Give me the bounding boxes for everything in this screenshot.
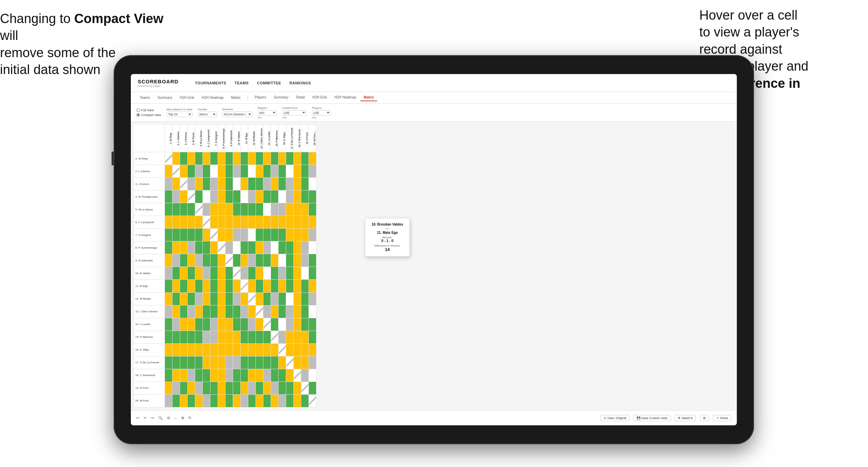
cell-14-2[interactable]: [172, 318, 180, 331]
cell-14-3[interactable]: [180, 318, 188, 331]
cell-10-20[interactable]: [309, 267, 316, 280]
cell-7-6[interactable]: [203, 229, 210, 241]
cell-10-9[interactable]: [226, 267, 233, 280]
cell-19-16[interactable]: [279, 382, 286, 394]
cell-7-3[interactable]: [180, 229, 188, 241]
cell-6-8[interactable]: [218, 216, 226, 229]
cell-9-7[interactable]: [210, 254, 218, 267]
cell-7-20[interactable]: [309, 229, 316, 241]
cell-5-20[interactable]: [309, 203, 316, 216]
cell-7-2[interactable]: [172, 229, 180, 241]
cell-9-12[interactable]: [248, 254, 256, 267]
cell-2-4[interactable]: [188, 165, 195, 178]
cell-19-17[interactable]: [286, 382, 294, 394]
cell-18-17[interactable]: [286, 369, 294, 382]
cell-3-13[interactable]: [256, 178, 263, 190]
cell-1-3[interactable]: [180, 152, 188, 165]
cell-13-14[interactable]: [263, 305, 271, 318]
cell-6-12[interactable]: [248, 216, 256, 229]
cell-17-3[interactable]: [180, 356, 188, 369]
cell-20-17[interactable]: [286, 394, 294, 407]
cell-3-15[interactable]: [271, 178, 279, 190]
cell-3-7[interactable]: [210, 178, 218, 190]
cell-18-16[interactable]: [279, 369, 286, 382]
cell-10-17[interactable]: [286, 267, 294, 280]
cell-15-5[interactable]: [195, 331, 203, 343]
cell-19-10[interactable]: [233, 382, 241, 394]
cell-19-12[interactable]: [248, 382, 256, 394]
cell-12-15[interactable]: [271, 292, 279, 305]
cell-8-9[interactable]: [226, 241, 233, 254]
cell-15-6[interactable]: [203, 331, 210, 343]
filter-gender-select[interactable]: Men's: [198, 112, 217, 117]
cell-18-18[interactable]: [294, 369, 301, 382]
cell-15-8[interactable]: [218, 331, 226, 343]
cell-15-10[interactable]: [233, 331, 241, 343]
cell-16-2[interactable]: [172, 343, 180, 356]
cell-4-19[interactable]: [301, 190, 309, 203]
cell-9-17[interactable]: [286, 254, 294, 267]
layout-btn[interactable]: ⊞: [700, 415, 709, 421]
cell-16-3[interactable]: [180, 343, 188, 356]
cell-17-12[interactable]: [248, 356, 256, 369]
cell-15-15[interactable]: [271, 331, 279, 343]
cell-8-11[interactable]: [241, 241, 248, 254]
cell-19-7[interactable]: [210, 382, 218, 394]
cell-7-19[interactable]: [301, 229, 309, 241]
cell-6-4[interactable]: [188, 216, 195, 229]
cell-17-1[interactable]: [165, 356, 172, 369]
cell-4-7[interactable]: [210, 190, 218, 203]
cell-2-16[interactable]: [279, 165, 286, 178]
cell-3-17[interactable]: [286, 178, 294, 190]
cell-20-7[interactable]: [210, 394, 218, 407]
cell-17-16[interactable]: [279, 356, 286, 369]
cell-8-18[interactable]: [294, 241, 301, 254]
radio-compact-view[interactable]: Compact View: [136, 113, 161, 117]
cell-12-4[interactable]: [188, 292, 195, 305]
cell-13-4[interactable]: [188, 305, 195, 318]
cell-12-19[interactable]: [301, 292, 309, 305]
cell-18-13[interactable]: [256, 369, 263, 382]
cell-18-14[interactable]: [263, 369, 271, 382]
cell-19-14[interactable]: [263, 382, 271, 394]
cell-15-17[interactable]: [286, 331, 294, 343]
cell-18-1[interactable]: [165, 369, 172, 382]
cell-17-5[interactable]: [195, 356, 203, 369]
cell-14-12[interactable]: [248, 318, 256, 331]
cell-19-11[interactable]: [241, 382, 248, 394]
nav-rankings[interactable]: RANKINGS: [290, 80, 311, 86]
cell-20-6[interactable]: [203, 394, 210, 407]
tab-players[interactable]: Players: [251, 94, 270, 101]
cell-12-20[interactable]: [309, 292, 316, 305]
cell-6-18[interactable]: [294, 216, 301, 229]
cell-14-18[interactable]: [294, 318, 301, 331]
cell-16-12[interactable]: [248, 343, 256, 356]
cell-10-16[interactable]: [279, 267, 286, 280]
cell-13-19[interactable]: [301, 305, 309, 318]
cell-6-2[interactable]: [172, 216, 180, 229]
cell-7-5[interactable]: [195, 229, 203, 241]
cell-17-10[interactable]: [233, 356, 241, 369]
cell-3-16[interactable]: [279, 178, 286, 190]
cell-2-10[interactable]: [233, 165, 241, 178]
cell-4-20[interactable]: [309, 190, 316, 203]
cell-12-13[interactable]: [256, 292, 263, 305]
cell-3-3[interactable]: [180, 178, 188, 190]
cell-15-11[interactable]: [241, 331, 248, 343]
nav-teams[interactable]: TEAMS: [234, 80, 249, 86]
cell-8-14[interactable]: [263, 241, 271, 254]
cell-12-14[interactable]: [263, 292, 271, 305]
cell-19-15[interactable]: [271, 382, 279, 394]
cell-8-5[interactable]: [195, 241, 203, 254]
cell-1-19[interactable]: [301, 152, 309, 165]
cell-12-3[interactable]: [180, 292, 188, 305]
cell-11-1[interactable]: [165, 280, 172, 292]
cell-2-13[interactable]: [256, 165, 263, 178]
cell-17-19[interactable]: [301, 356, 309, 369]
tab-h2h-heatmap-r[interactable]: H2H Heatmap: [331, 94, 359, 101]
cell-5-11[interactable]: [241, 203, 248, 216]
cell-20-10[interactable]: [233, 394, 241, 407]
cell-13-1[interactable]: [165, 305, 172, 318]
cell-12-11[interactable]: [241, 292, 248, 305]
cell-16-4[interactable]: [188, 343, 195, 356]
